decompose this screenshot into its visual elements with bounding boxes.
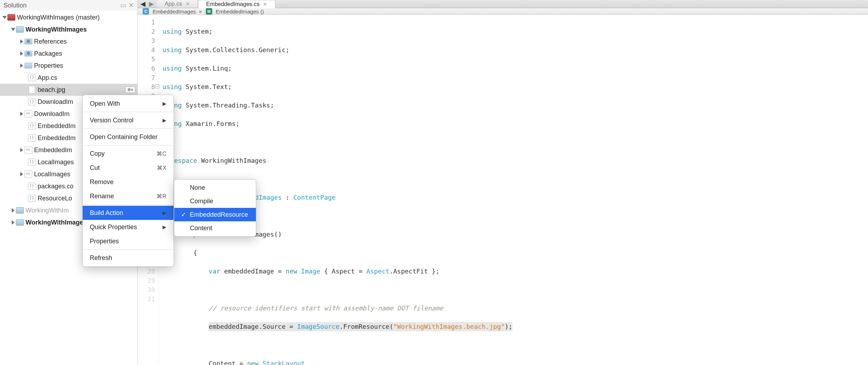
row-gear-icon[interactable]: ✽▾ (125, 87, 135, 93)
tree-file[interactable]: App.cs (0, 72, 137, 84)
chevron-right-icon: ▶ (163, 117, 166, 123)
tab-strip: ◀ ▶ App.cs ✕ EmbeddedImages.cs ✕ (138, 0, 868, 8)
panel-close-icon[interactable]: ✕ (128, 1, 134, 9)
solution-title: Solution (4, 2, 27, 9)
ctx-open-with[interactable]: Open With▶ (83, 96, 174, 111)
context-menu: Open With▶ Version Control▶ Open Contain… (82, 95, 174, 267)
tree-references[interactable]: References (0, 35, 137, 48)
ctx-open-containing[interactable]: Open Containing Folder (83, 130, 174, 144)
ctx-version-control[interactable]: Version Control▶ (83, 113, 174, 127)
close-icon[interactable]: ✕ (263, 1, 267, 7)
ctx-remove[interactable]: Remove (83, 175, 174, 189)
ctx-refresh[interactable]: Refresh (83, 251, 174, 265)
nav-back-icon[interactable]: ◀ (141, 0, 145, 8)
ctx-build-action[interactable]: Build Action▶ (83, 206, 174, 220)
chevron-right-icon: ▶ (163, 224, 166, 230)
tree-properties[interactable]: Properties (0, 60, 137, 72)
ctx-quick-properties[interactable]: Quick Properties▶ (83, 220, 174, 234)
tab-app[interactable]: App.cs ✕ (157, 0, 198, 8)
ctx-cut[interactable]: Cut⌘X (83, 161, 174, 175)
tab-embeddedimages[interactable]: EmbeddedImages.cs ✕ (198, 0, 275, 8)
sub-content[interactable]: Content (174, 221, 256, 235)
ctx-properties[interactable]: Properties (83, 234, 174, 248)
tree-root[interactable]: WorkingWithImages (master) (0, 11, 137, 23)
method-icon: M (206, 8, 212, 15)
sub-compile[interactable]: Compile (174, 194, 256, 208)
sub-embedded-resource[interactable]: ✓EmbeddedResource (174, 208, 256, 221)
tree-project[interactable]: WorkingWithImages (0, 23, 137, 35)
ctx-rename[interactable]: Rename⌘R (83, 189, 174, 203)
tree-packages[interactable]: Packages (0, 48, 137, 60)
chevron-right-icon: ▶ (163, 101, 166, 106)
checkmark-icon: ✓ (181, 211, 186, 219)
close-icon[interactable]: ✕ (186, 1, 190, 7)
sub-none[interactable]: None (174, 181, 256, 194)
tree-file-selected[interactable]: beach.jpg ✽▾ (0, 84, 137, 96)
code-content[interactable]: using System; using System.Collections.G… (159, 15, 868, 365)
panel-collapse-icon[interactable]: ▭ (120, 1, 126, 9)
class-icon: C (143, 8, 149, 15)
chevron-right-icon: ▶ (163, 210, 166, 216)
breadcrumb[interactable]: C EmbeddedImages ▸ M EmbeddedImages () (138, 8, 868, 15)
chevron-right-icon: ▸ (199, 8, 202, 15)
nav-forward-icon[interactable]: ▶ (149, 0, 154, 8)
ctx-copy[interactable]: Copy⌘C (83, 146, 174, 161)
build-action-submenu: None Compile ✓EmbeddedResource Content (174, 179, 256, 237)
solution-header: Solution ▭ ✕ (0, 0, 137, 11)
